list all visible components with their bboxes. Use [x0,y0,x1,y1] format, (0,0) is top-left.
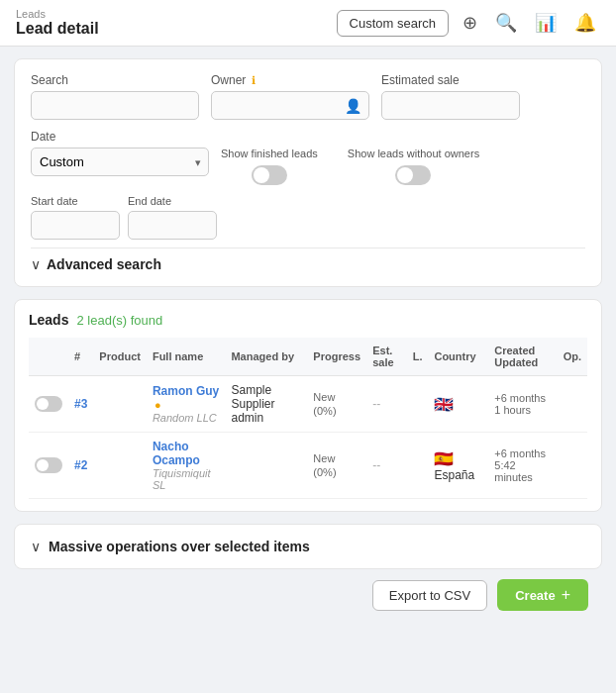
row-product-cell-2 [93,433,147,499]
progress-1: New (0%) [313,391,336,417]
lead-name-link-2[interactable]: Nacho Ocampo [153,440,200,467]
show-without-owners-label: Show leads without owners [348,148,479,159]
user-search-icon: 🔍 [495,13,517,33]
owner-person-icon: 👤 [345,98,361,114]
massive-chevron-icon: ∨ [31,539,41,554]
bell-button[interactable]: 🔔 [570,10,600,36]
search-input[interactable] [31,91,199,120]
start-end-row: Start date End date [31,195,585,240]
estimated-sale-field-group: Estimated sale 0 [381,73,520,120]
search-label: Search [31,73,199,87]
date-field-group: Date Custom Today This week This month L… [31,130,209,176]
created-1: +6 months [494,392,551,404]
show-without-owners-toggle[interactable] [395,165,431,185]
show-finished-label: Show finished leads [221,148,318,159]
date-label: Date [31,130,209,144]
date-select[interactable]: Custom Today This week This month Last m… [31,148,209,176]
row-number-cell: #3 [68,376,93,433]
leads-title: Leads [29,312,68,328]
export-csv-button[interactable]: Export to CSV [372,580,487,611]
owner-field-group: Owner ℹ 👤 [211,73,369,120]
massive-operations-label: Massive operations over selected items [49,539,310,554]
row-number-cell-2: #2 [68,433,93,499]
custom-search-button[interactable]: Custom search [337,10,449,37]
row-progress-cell-2: New (0%) [307,433,366,499]
create-label: Create [515,588,555,603]
massive-operations-panel[interactable]: ∨ Massive operations over selected items [14,524,602,569]
end-date-field-group: End date [128,195,217,240]
col-op: Op. [558,338,587,376]
estimated-sale-input[interactable]: 0 [381,91,520,120]
user-search-button[interactable]: 🔍 [491,10,521,36]
leads-panel: Leads 2 lead(s) found # Product Full nam… [14,299,602,512]
create-button[interactable]: Create + [497,579,588,611]
col-fullname: Full name [147,338,226,376]
lead-company-2: Tiquismiquit SL [153,467,220,491]
est-sale-2: -- [372,458,380,472]
row-product-cell-1 [93,376,147,433]
row-country-cell-2: 🇪🇸 España [428,433,488,499]
row-toggle-cell [29,376,68,433]
col-l: L. [407,338,429,376]
row-fullname-cell-2: Nacho Ocampo Tiquismiquit SL [147,433,226,499]
advanced-search-row[interactable]: ∨ Advanced search [31,248,585,276]
flag-icon-2: 🇪🇸 [434,450,454,467]
flag-icon-1: 🇬🇧 [434,396,454,413]
created-2: +6 months [494,447,551,459]
row-fullname-cell-1: Ramon Guy ● Random LLC [147,376,226,433]
row-toggle-2[interactable] [35,457,62,473]
filter-icon: ⊕ [462,13,477,33]
owner-label: Owner ℹ [211,73,369,87]
table-row: #3 Ramon Guy ● Random LLC Sample Supplie… [29,376,587,433]
owner-info-icon: ℹ [252,74,256,86]
row-managed-cell-1: Sample Supplier admin [225,376,307,433]
start-date-input[interactable] [31,211,120,240]
updated-2: 5:42 minutes [494,459,551,483]
owner-input-wrap: 👤 [211,91,369,120]
estimated-sale-label: Estimated sale [381,73,520,87]
show-finished-toggle[interactable] [252,165,287,185]
row-est-sale-cell-1: -- [366,376,406,433]
row-op-cell-2 [558,433,587,499]
col-est-sale: Est. sale [366,338,406,376]
row-toggle-1[interactable] [35,396,62,412]
row-l-cell-2 [407,433,429,499]
show-without-owners-toggle-item: Show leads without owners [348,148,479,185]
end-date-input[interactable] [128,211,217,240]
lead-number-link-1[interactable]: #3 [74,397,87,411]
col-progress: Progress [307,338,366,376]
col-country: Country [428,338,488,376]
top-bar: Leads Lead detail Custom search ⊕ 🔍 📊 🔔 [0,0,616,47]
main-content: Search Owner ℹ 👤 Estimated sale 0 [0,47,616,629]
advanced-search-chevron-icon: ∨ [31,256,41,272]
row-toggle-cell-2 [29,433,68,499]
row-progress-cell-1: New (0%) [307,376,366,433]
leads-table: # Product Full name Managed by Progress … [29,338,587,499]
chart-button[interactable]: 📊 [531,10,561,36]
lead-company-1: Random LLC [153,412,220,424]
bottom-actions: Export to CSV Create + [14,569,602,617]
filter-icon-button[interactable]: ⊕ [459,10,481,36]
leads-table-header: # Product Full name Managed by Progress … [29,338,587,376]
lead-fullname-1: Ramon Guy ● [153,384,220,412]
lead-name-link-1[interactable]: Ramon Guy [153,384,219,398]
col-managed-by: Managed by [225,338,307,376]
advanced-search-label: Advanced search [47,256,161,272]
row-l-cell-1 [407,376,429,433]
leads-table-body: #3 Ramon Guy ● Random LLC Sample Supplie… [29,376,587,499]
breadcrumb: Leads [16,8,99,20]
row-country-cell-1: 🇬🇧 [428,376,488,433]
progress-2: New (0%) [313,452,336,478]
lead-fullname-2: Nacho Ocampo [153,440,220,467]
page-header: Leads Lead detail [16,8,99,38]
bell-icon: 🔔 [574,13,596,33]
col-toggle [29,338,68,376]
search-panel: Search Owner ℹ 👤 Estimated sale 0 [14,58,602,287]
leads-header: Leads 2 lead(s) found [29,312,587,328]
leads-count: 2 lead(s) found [76,313,162,328]
lead-number-link-2[interactable]: #2 [74,458,87,472]
lead-badge-1: ● [154,399,161,411]
table-row: #2 Nacho Ocampo Tiquismiquit SL New (0%) [29,433,587,499]
est-sale-1: -- [372,397,380,411]
row-op-cell-1 [558,376,587,433]
